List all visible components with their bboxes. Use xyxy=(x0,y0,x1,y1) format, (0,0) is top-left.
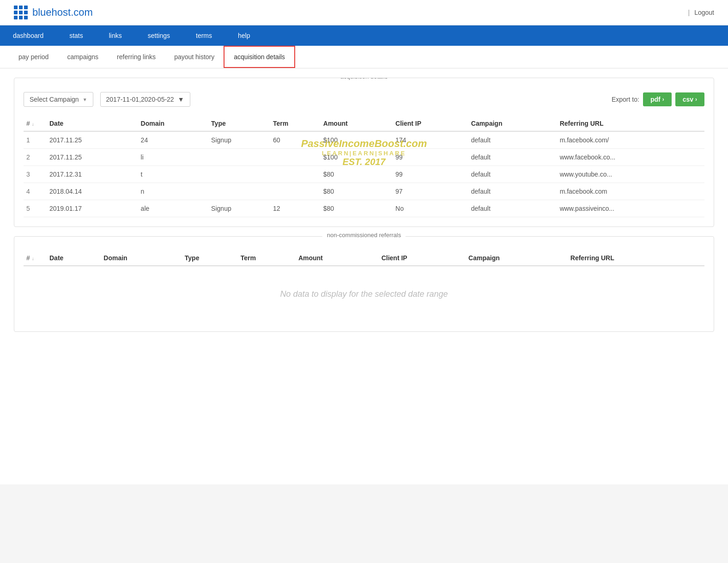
col-header-num[interactable]: # ↓ xyxy=(24,116,47,131)
sub-nav: pay period campaigns referring links pay… xyxy=(0,46,728,68)
date-range-value: 2017-11-01,2020-05-22 xyxy=(106,96,174,103)
cell-domain: t xyxy=(138,166,209,183)
nc-table-header-row: # ↓ Date Domain Type Term Amount Client … xyxy=(24,251,704,266)
cell-client-ip: No xyxy=(393,200,468,217)
cell-domain: li xyxy=(138,149,209,166)
cell-campaign: default xyxy=(468,200,557,217)
subnav-referring-links[interactable]: referring links xyxy=(108,47,165,67)
cell-campaign: default xyxy=(468,183,557,200)
main-nav: dashboard stats links settings terms hel… xyxy=(0,25,728,46)
nc-sort-arrow-icon: ↓ xyxy=(32,256,34,261)
cell-term: 12 xyxy=(270,200,321,217)
col-header-type: Type xyxy=(208,116,270,131)
table-row: 2 2017.11.25 li $100 99 default www.face… xyxy=(24,149,704,166)
cell-referring-url: m.facebook.com/ xyxy=(557,131,704,149)
nc-col-header-num[interactable]: # ↓ xyxy=(24,251,47,266)
campaign-select-label: Select Campaign xyxy=(30,96,79,103)
cell-amount: $80 xyxy=(321,183,393,200)
col-header-date: Date xyxy=(47,116,138,131)
cell-date: 2017.12.31 xyxy=(47,166,138,183)
content: acquisition details PassiveIncomeBoost.c… xyxy=(0,68,728,484)
nav-help[interactable]: help xyxy=(225,25,263,46)
cell-amount: $100 xyxy=(321,131,393,149)
campaign-select[interactable]: Select Campaign ▼ xyxy=(24,92,93,107)
acquisition-section: acquisition details PassiveIncomeBoost.c… xyxy=(14,78,714,227)
table-row: 5 2019.01.17 ale Signup 12 $80 No defaul… xyxy=(24,200,704,217)
nc-col-header-referring-url: Referring URL xyxy=(568,251,704,266)
logo-text: bluehost.com xyxy=(32,6,93,18)
cell-date: 2018.04.14 xyxy=(47,183,138,200)
toolbar: Select Campaign ▼ 2017-11-01,2020-05-22 … xyxy=(24,92,704,107)
nc-col-header-domain: Domain xyxy=(101,251,182,266)
logout-link[interactable]: Logout xyxy=(694,9,714,16)
cell-referring-url: www.passiveinco... xyxy=(557,200,704,217)
subnav-pay-period[interactable]: pay period xyxy=(9,47,58,67)
cell-campaign: default xyxy=(468,166,557,183)
cell-client-ip: 97 xyxy=(393,183,468,200)
nc-col-header-campaign: Campaign xyxy=(466,251,568,266)
nav-dashboard[interactable]: dashboard xyxy=(0,25,56,46)
col-header-referring-url: Referring URL xyxy=(557,116,704,131)
cell-amount: $80 xyxy=(321,166,393,183)
export-pdf-button[interactable]: pdf › xyxy=(643,92,672,106)
nc-empty-state: No data to display for the selected date… xyxy=(24,266,704,322)
cell-term: 60 xyxy=(270,131,321,149)
col-header-term: Term xyxy=(270,116,321,131)
sort-arrow-icon: ↓ xyxy=(32,122,34,127)
cell-client-ip: 174 xyxy=(393,131,468,149)
cell-type: Signup xyxy=(208,131,270,149)
nav-settings[interactable]: settings xyxy=(135,25,183,46)
col-header-amount: Amount xyxy=(321,116,393,131)
table-row: 1 2017.11.25 24 Signup 60 $100 174 defau… xyxy=(24,131,704,149)
non-commissioned-table: # ↓ Date Domain Type Term Amount Client … xyxy=(24,251,704,266)
cell-client-ip: 99 xyxy=(393,149,468,166)
cell-domain: 24 xyxy=(138,131,209,149)
col-header-campaign: Campaign xyxy=(468,116,557,131)
table-row: 3 2017.12.31 t $80 99 default www.youtub… xyxy=(24,166,704,183)
col-header-client-ip: Client IP xyxy=(393,116,468,131)
subnav-payout-history[interactable]: payout history xyxy=(165,47,224,67)
cell-amount: $80 xyxy=(321,200,393,217)
cell-client-ip: 99 xyxy=(393,166,468,183)
nav-links[interactable]: links xyxy=(96,25,135,46)
nc-col-header-type: Type xyxy=(182,251,238,266)
table-header-row: # ↓ Date Domain Type Term Amount Client … xyxy=(24,116,704,131)
non-commissioned-section-title: non-commissioned referrals xyxy=(322,232,406,239)
cell-type: Signup xyxy=(208,200,270,217)
subnav-acquisition-details[interactable]: acquisition details xyxy=(224,46,295,68)
cell-term xyxy=(270,183,321,200)
logo: bluehost.com xyxy=(14,6,93,19)
cell-num: 3 xyxy=(24,166,47,183)
date-range-picker[interactable]: 2017-11-01,2020-05-22 ▼ xyxy=(100,92,190,107)
cell-date: 2017.11.25 xyxy=(47,131,138,149)
export-label: Export to: xyxy=(612,96,639,103)
cell-campaign: default xyxy=(468,149,557,166)
cell-type xyxy=(208,183,270,200)
col-header-domain: Domain xyxy=(138,116,209,131)
nc-col-header-amount: Amount xyxy=(296,251,379,266)
nav-stats[interactable]: stats xyxy=(56,25,96,46)
campaign-select-arrow-icon: ▼ xyxy=(83,97,87,102)
cell-domain: n xyxy=(138,183,209,200)
export-csv-button[interactable]: csv › xyxy=(675,92,704,106)
cell-referring-url: m.facebook.com xyxy=(557,183,704,200)
csv-arrow-icon: › xyxy=(695,96,697,103)
separator: | xyxy=(688,9,690,16)
cell-date: 2017.11.25 xyxy=(47,149,138,166)
cell-num: 5 xyxy=(24,200,47,217)
logo-grid-icon xyxy=(14,6,28,19)
nav-terms[interactable]: terms xyxy=(183,25,225,46)
acquisition-section-title: acquisition details xyxy=(336,78,393,80)
cell-num: 1 xyxy=(24,131,47,149)
subnav-campaigns[interactable]: campaigns xyxy=(58,47,108,67)
cell-referring-url: www.facebook.co... xyxy=(557,149,704,166)
cell-type xyxy=(208,149,270,166)
cell-date: 2019.01.17 xyxy=(47,200,138,217)
cell-campaign: default xyxy=(468,131,557,149)
table-row: 4 2018.04.14 n $80 97 default m.facebook… xyxy=(24,183,704,200)
cell-type xyxy=(208,166,270,183)
non-commissioned-section: non-commissioned referrals # ↓ Date Doma… xyxy=(14,236,714,332)
cell-num: 4 xyxy=(24,183,47,200)
export-area: Export to: pdf › csv › xyxy=(612,92,704,106)
cell-num: 2 xyxy=(24,149,47,166)
